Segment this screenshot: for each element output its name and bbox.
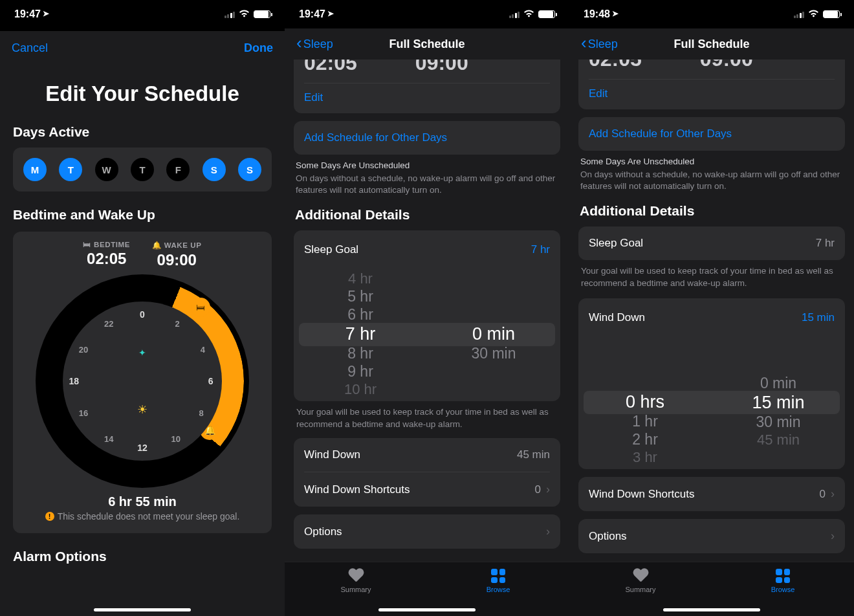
picker-min-0[interactable]: 0 min: [472, 324, 515, 344]
warning-icon: !: [45, 512, 54, 521]
picker-hr-0[interactable]: 0 hrs: [626, 392, 664, 412]
wind-down-value: 45 min: [517, 448, 550, 461]
cut-wake: 09:00: [700, 60, 753, 71]
day-toggle-sun[interactable]: S: [238, 158, 261, 181]
picker-hr-6[interactable]: 6 hr: [347, 306, 373, 324]
options-card[interactable]: Options ›: [294, 514, 560, 549]
clock-10: 10: [171, 434, 180, 443]
status-bar: 19:47 ➤: [285, 0, 569, 28]
wind-down-shortcuts-row[interactable]: Wind Down Shortcuts 0 ›: [294, 472, 560, 507]
unscheduled-notice: Some Days Are Unscheduled On days withou…: [294, 155, 560, 197]
add-schedule-card[interactable]: Add Schedule for Other Days: [294, 121, 560, 155]
cut-bedtime: 02:05: [304, 60, 357, 75]
wind-down-row[interactable]: Wind Down 45 min: [294, 438, 560, 472]
status-time: 19:47: [14, 8, 41, 20]
cancel-button[interactable]: Cancel: [12, 41, 48, 55]
heart-icon: [348, 569, 364, 583]
add-schedule-card[interactable]: Add Schedule for Other Days: [578, 117, 845, 151]
unscheduled-title: Some Days Are Unscheduled: [580, 156, 843, 168]
clock-8: 8: [199, 408, 203, 418]
edit-button[interactable]: Edit: [589, 87, 835, 100]
picker-hr-4[interactable]: 4 hr: [348, 270, 373, 287]
bedtime-value: 02:05: [83, 250, 130, 268]
stars-icon: ✦: [138, 347, 146, 358]
picker-hr-8[interactable]: 8 hr: [347, 345, 373, 362]
wind-down-picker[interactable]: . . . 0 hrs 1 hr 2 hr 3 hr . . 0 min 15 …: [578, 337, 845, 469]
clock-4: 4: [201, 344, 205, 354]
picker-hr-2[interactable]: 2 hr: [632, 431, 658, 448]
phone-2-full-schedule: 19:47 ➤ ‹ Sleep Full Schedule 02:05 09:0…: [285, 0, 569, 616]
battery-icon: [254, 10, 270, 18]
battery-icon: [538, 10, 555, 18]
sleep-goal-note: Your goal will be used to keep track of …: [294, 401, 560, 431]
schedule-card-partial: 02:05 09:00 Edit: [578, 60, 845, 109]
sleep-dial[interactable]: 🛏 🔔 ✦ ☀︎ 0 2 4 6 8 10 12 14 16 18: [36, 274, 249, 488]
nav-bar: ‹ Sleep Full Schedule: [569, 28, 854, 60]
clock-14: 14: [104, 434, 113, 443]
home-indicator[interactable]: [94, 608, 191, 611]
back-button[interactable]: ‹ Sleep: [296, 36, 333, 52]
sleep-goal-picker[interactable]: 4 hr 5 hr 6 hr 7 hr 8 hr 9 hr 10 hr . . …: [294, 269, 560, 401]
sleep-goal-value: 7 hr: [816, 237, 835, 250]
clock-20: 20: [79, 344, 88, 354]
sleep-goal-label: Sleep Goal: [304, 243, 358, 256]
tab-browse-label: Browse: [487, 586, 510, 593]
cut-bedtime: 02:05: [589, 60, 642, 71]
add-schedule-label: Add Schedule for Other Days: [304, 131, 550, 144]
wake-value: 09:00: [152, 251, 201, 269]
page-title: Edit Your Schedule: [13, 82, 272, 106]
sleep-goal-row[interactable]: Sleep Goal 7 hr: [294, 230, 560, 269]
options-label: Options: [304, 525, 342, 538]
picker-min-30[interactable]: 30 min: [756, 413, 800, 431]
back-label: Sleep: [303, 38, 333, 51]
wind-down-row[interactable]: Wind Down 15 min: [578, 298, 845, 337]
tab-bar: Summary Browse: [569, 562, 854, 616]
picker-min-15[interactable]: 15 min: [752, 393, 804, 413]
back-button[interactable]: ‹ Sleep: [581, 36, 618, 52]
tab-browse-label: Browse: [771, 586, 795, 593]
day-toggle-mon[interactable]: M: [23, 158, 47, 181]
picker-hr-1[interactable]: 1 hr: [632, 413, 658, 430]
picker-min-30[interactable]: 30 min: [471, 345, 516, 362]
home-indicator[interactable]: [378, 608, 476, 611]
days-card: M T W T F S S: [13, 148, 272, 192]
sleep-goal-card[interactable]: Sleep Goal 7 hr: [578, 226, 845, 260]
cellular-icon: [224, 11, 235, 18]
wake-label: WAKE UP: [164, 241, 202, 249]
modal-nav: Cancel Done: [0, 31, 285, 65]
bed-icon: 🛏: [83, 241, 91, 248]
picker-hr-5[interactable]: 5 hr: [347, 288, 373, 305]
wind-down-value: 15 min: [802, 311, 835, 324]
options-card[interactable]: Options ›: [578, 519, 845, 553]
location-icon: ➤: [612, 9, 619, 18]
picker-hr-7[interactable]: 7 hr: [345, 324, 376, 344]
phone-1-edit-schedule: 19:47 ➤ Cancel Done Edit Your Schedule D…: [0, 0, 285, 616]
picker-min-45[interactable]: 45 min: [757, 432, 800, 448]
day-toggle-thu[interactable]: T: [131, 158, 154, 181]
phone-3-full-schedule: 19:48 ➤ ‹ Sleep Full Schedule 02:05 09:0…: [569, 0, 854, 616]
picker-hr-3[interactable]: 3 hr: [633, 449, 657, 466]
bedtime-label: BEDTIME: [94, 241, 130, 248]
picker-hr-9[interactable]: 9 hr: [347, 363, 373, 380]
done-button[interactable]: Done: [244, 41, 273, 55]
clock-0: 0: [140, 309, 145, 320]
bedtime-handle[interactable]: 🛏: [191, 298, 210, 317]
tab-summary-label: Summary: [340, 586, 371, 593]
picker-hr-10[interactable]: 10 hr: [344, 381, 377, 398]
day-toggle-wed[interactable]: W: [95, 158, 118, 181]
shortcuts-label: Wind Down Shortcuts: [304, 483, 410, 496]
chevron-right-icon: ›: [546, 525, 550, 538]
day-toggle-fri[interactable]: F: [166, 158, 190, 181]
shortcuts-value: 0: [820, 488, 826, 501]
home-indicator[interactable]: [663, 608, 760, 611]
picker-min-0[interactable]: 0 min: [760, 375, 796, 392]
day-toggle-tue[interactable]: T: [59, 158, 82, 181]
wifi-icon: [808, 9, 819, 19]
clock-2: 2: [175, 319, 179, 329]
day-toggle-sat[interactable]: S: [203, 158, 226, 181]
add-schedule-label: Add Schedule for Other Days: [589, 127, 835, 140]
location-icon: ➤: [43, 9, 49, 18]
clock-12: 12: [137, 443, 148, 453]
wind-down-shortcuts-card[interactable]: Wind Down Shortcuts 0 ›: [578, 477, 845, 511]
edit-button[interactable]: Edit: [304, 91, 550, 104]
